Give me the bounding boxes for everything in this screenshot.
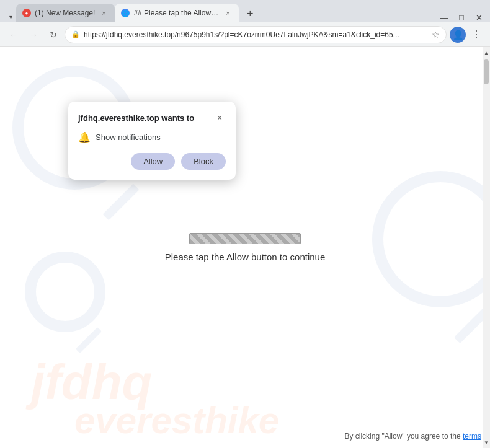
popup-title: jfdhq.everesthike.top wants to (78, 113, 194, 123)
minimize-button[interactable]: — (438, 13, 450, 22)
allow-button[interactable]: Allow (131, 153, 175, 170)
page-center: Please tap the Allow button to continue (165, 233, 326, 262)
popup-permission-row: 🔔 Show notifications (78, 131, 226, 143)
wm-handle-2 (76, 327, 102, 353)
tab2-close[interactable]: × (223, 8, 233, 18)
loading-bar (189, 233, 301, 244)
scrollbar[interactable]: ▲ ▼ (483, 47, 490, 448)
tab-new-message[interactable]: ● (1) New Message! × (16, 4, 115, 22)
url-text: https://jfdhq.everesthike.top/n9675p9h1s… (84, 30, 428, 39)
tab2-label: ## Please tap the Allow button (133, 9, 219, 17)
popup-buttons: Allow Block (78, 153, 226, 170)
maximize-button[interactable]: □ (455, 13, 468, 22)
bottom-right-text: By clicking "Allow" you agree to the ter… (344, 432, 481, 441)
scrollbar-thumb[interactable] (484, 59, 489, 84)
permission-popup: jfdhq.everesthike.top wants to × 🔔 Show … (68, 102, 236, 180)
tab1-favicon: ● (22, 9, 31, 17)
profile-button[interactable]: 👤 (449, 26, 466, 43)
tab2-favicon: 🌐 (121, 9, 130, 17)
wm-handle-1 (102, 183, 139, 220)
refresh-button[interactable]: ↻ (45, 26, 62, 43)
scrollbar-up[interactable]: ▲ (483, 48, 489, 57)
block-button[interactable]: Block (181, 153, 226, 170)
chrome-frame: ▾ ● (1) New Message! × 🌐 ## Please tap t… (0, 0, 490, 448)
wm-circle-3 (372, 171, 490, 307)
bell-icon: 🔔 (78, 131, 91, 143)
tab-dropdown-btn[interactable]: ▾ (5, 11, 16, 22)
toolbar-buttons: 👤 ⋮ (449, 26, 485, 43)
forward-button[interactable]: → (25, 26, 42, 43)
wm-circle-2 (25, 252, 105, 332)
permission-label: Show notifications (96, 133, 161, 142)
tab-bar: ▾ ● (1) New Message! × 🌐 ## Please tap t… (0, 0, 490, 22)
text-watermark-2: everesthike (74, 399, 279, 442)
close-button[interactable]: ✕ (473, 13, 485, 22)
window-controls: — □ ✕ (259, 13, 490, 22)
text-watermark-1: jfdhq (31, 354, 152, 411)
back-button[interactable]: ← (5, 26, 22, 43)
loading-text: Please tap the Allow button to continue (165, 252, 326, 262)
tab-allow-button[interactable]: 🌐 ## Please tap the Allow button × (115, 4, 239, 22)
browser-content: jfdhq everesthike Please tap the Allow b… (0, 47, 490, 448)
address-input[interactable]: 🔒 https://jfdhq.everesthike.top/n9675p9h… (65, 26, 447, 43)
new-tab-button[interactable]: + (241, 5, 259, 22)
terms-prefix: By clicking "Allow" you agree to the (344, 432, 460, 441)
tab1-label: (1) New Message! (35, 9, 95, 17)
popup-close-button[interactable]: × (213, 112, 226, 124)
scrollbar-down[interactable]: ▼ (483, 438, 489, 447)
profile-icon: 👤 (450, 27, 466, 43)
tab1-close[interactable]: × (99, 8, 109, 18)
address-bar: ← → ↻ 🔒 https://jfdhq.everesthike.top/n9… (0, 22, 490, 47)
star-icon[interactable]: ☆ (432, 30, 440, 40)
popup-header: jfdhq.everesthike.top wants to × (78, 112, 226, 124)
menu-button[interactable]: ⋮ (468, 26, 485, 43)
terms-link[interactable]: terms (463, 432, 481, 441)
lock-icon: 🔒 (71, 30, 80, 38)
